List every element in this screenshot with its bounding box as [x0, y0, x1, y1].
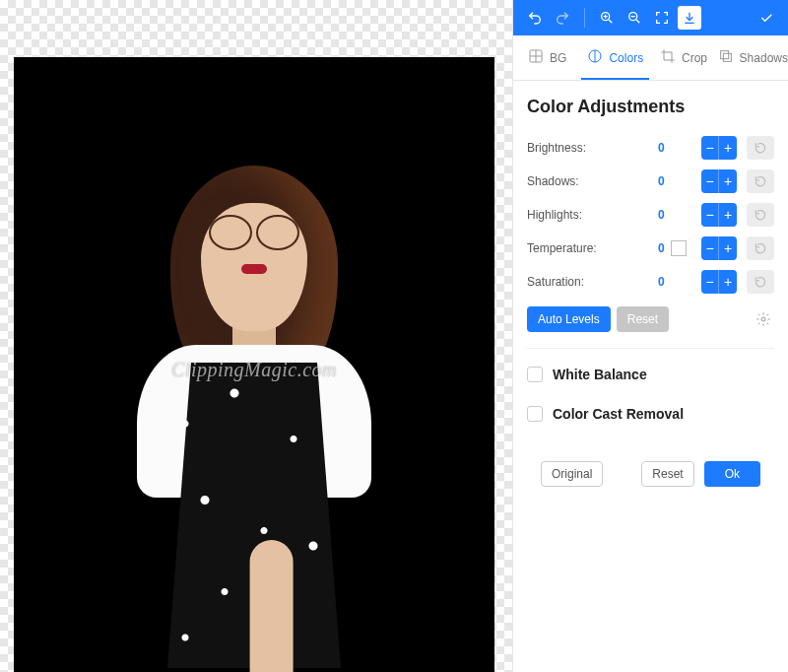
tab-label: Colors	[609, 51, 643, 65]
highlights-value: 0	[658, 208, 697, 222]
shadows-value: 0	[658, 174, 697, 188]
saturation-value: 0	[658, 275, 697, 289]
brightness-increase-button[interactable]: +	[719, 136, 737, 160]
temperature-increase-button[interactable]: +	[719, 236, 737, 260]
toolbar	[513, 0, 788, 35]
saturation-stepper: − +	[701, 270, 737, 294]
highlights-stepper: − +	[701, 203, 737, 227]
shadows-increase-button[interactable]: +	[719, 169, 737, 193]
zoom-in-button[interactable]	[595, 6, 619, 30]
color-cast-row: Color Cast Removal	[527, 406, 774, 422]
svg-point-6	[761, 317, 765, 321]
subject-silhouette	[126, 166, 382, 658]
white-balance-checkbox[interactable]	[527, 367, 543, 382]
tab-shadows[interactable]: Shadows	[718, 35, 788, 80]
tab-crop[interactable]: Crop	[649, 35, 717, 80]
auto-levels-button[interactable]: Auto Levels	[527, 306, 611, 332]
tab-label: BG	[550, 51, 566, 65]
image-preview[interactable]: ClippingMagic.com	[14, 57, 494, 672]
saturation-reset-button[interactable]	[747, 270, 774, 294]
canvas-area[interactable]: ClippingMagic.com	[0, 0, 512, 672]
original-button[interactable]: Original	[541, 461, 603, 487]
download-button[interactable]	[678, 6, 701, 30]
bg-icon	[528, 48, 544, 67]
tab-bar: BG Colors Crop Shadows	[513, 35, 788, 81]
svg-rect-5	[723, 53, 731, 61]
highlights-decrease-button[interactable]: −	[701, 203, 719, 227]
colors-icon	[587, 48, 603, 67]
adjust-row-saturation: Saturation: 0 − +	[527, 265, 774, 299]
brightness-value: 0	[658, 141, 697, 155]
adjust-row-temperature: Temperature: 0 − +	[527, 232, 774, 265]
brightness-stepper: − +	[701, 136, 737, 160]
color-cast-label: Color Cast Removal	[553, 406, 684, 422]
panel-footer: Original Reset Ok	[527, 449, 774, 499]
adjust-row-brightness: Brightness: 0 − +	[527, 131, 774, 165]
shadows-icon	[718, 48, 734, 67]
temperature-label: Temperature:	[527, 241, 658, 255]
brightness-reset-button[interactable]	[747, 136, 774, 160]
brightness-label: Brightness:	[527, 141, 658, 155]
adjust-row-highlights: Highlights: 0 − +	[527, 198, 774, 232]
highlights-reset-button[interactable]	[747, 203, 774, 227]
side-panel: BG Colors Crop Shadows Color Adjustments…	[512, 0, 788, 672]
highlights-increase-button[interactable]: +	[719, 203, 737, 227]
temperature-value: 0	[658, 240, 697, 256]
redo-button[interactable]	[551, 6, 574, 30]
ok-button[interactable]: Ok	[704, 461, 760, 487]
zoom-out-button[interactable]	[623, 6, 646, 30]
undo-button[interactable]	[523, 6, 547, 30]
saturation-increase-button[interactable]: +	[719, 270, 737, 294]
temperature-value-text: 0	[658, 241, 665, 255]
highlights-label: Highlights:	[527, 208, 658, 222]
tab-colors[interactable]: Colors	[581, 35, 649, 80]
adjust-row-shadows: Shadows: 0 − +	[527, 165, 774, 198]
tab-bg[interactable]: BG	[513, 35, 581, 80]
transparency-checker	[0, 0, 512, 16]
divider	[527, 348, 774, 349]
shadows-decrease-button[interactable]: −	[701, 169, 719, 193]
white-balance-label: White Balance	[553, 367, 647, 382]
white-balance-row: White Balance	[527, 367, 774, 382]
settings-gear-icon[interactable]	[753, 308, 774, 330]
reset-small-button[interactable]: Reset	[617, 306, 669, 332]
saturation-label: Saturation:	[527, 275, 658, 289]
shadows-label: Shadows:	[527, 174, 658, 188]
tab-label: Shadows	[740, 51, 788, 65]
auto-levels-row: Auto Levels Reset	[527, 306, 774, 332]
confirm-button[interactable]	[755, 6, 778, 30]
temperature-reset-button[interactable]	[747, 236, 774, 260]
shadows-reset-button[interactable]	[747, 169, 774, 193]
temperature-swatch[interactable]	[671, 240, 687, 256]
tab-label: Crop	[682, 51, 707, 65]
temperature-decrease-button[interactable]: −	[701, 236, 719, 260]
saturation-decrease-button[interactable]: −	[701, 270, 719, 294]
brightness-decrease-button[interactable]: −	[701, 136, 719, 160]
fit-screen-button[interactable]	[650, 6, 674, 30]
panel-title: Color Adjustments	[527, 97, 774, 117]
crop-icon	[660, 48, 676, 67]
toolbar-separator	[584, 8, 585, 28]
color-cast-checkbox[interactable]	[527, 406, 543, 422]
reset-button[interactable]: Reset	[641, 461, 693, 487]
svg-rect-4	[720, 51, 728, 59]
shadows-stepper: − +	[701, 169, 737, 193]
temperature-stepper: − +	[701, 236, 737, 260]
